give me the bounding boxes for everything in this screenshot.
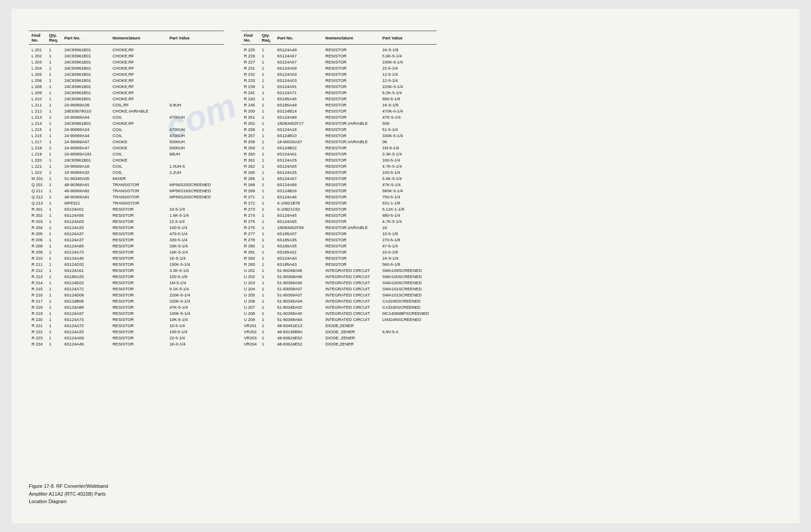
table-cell: R 205 xyxy=(29,231,46,237)
table-row: L 204124C83961B01CHOKE,RF xyxy=(29,65,224,71)
table-cell: 24C83961B01 xyxy=(62,53,110,59)
table-cell: RESISTOR xyxy=(110,261,167,268)
table-cell: RESISTOR xyxy=(323,71,380,78)
table-cell: 5000UH xyxy=(167,139,224,145)
table-row: R 26616S124A67RESISTOR5.6K-5-1/4 xyxy=(241,176,437,182)
table-cell: 1 xyxy=(259,298,275,304)
table-cell: R 232 xyxy=(241,71,259,78)
table-cell: 6S124B06 xyxy=(62,298,110,304)
table-cell: 1 xyxy=(46,323,62,329)
table-cell: 48-83145B9A xyxy=(275,329,323,335)
table-row: U 207151-80345A02INTEGRATED CIRCUITCA316… xyxy=(241,304,437,310)
table-cell: 51-83058A07 xyxy=(275,286,323,292)
table-cell: LM324NSCREENED xyxy=(380,317,437,323)
table-cell: 24C83961B01 xyxy=(62,157,110,163)
table-cell: 10K-5-1/4 xyxy=(167,249,224,255)
table-row: VR203148-83624E62DIODE, ZENER xyxy=(241,335,437,341)
table-cell: 1 xyxy=(259,286,275,292)
table-cell xyxy=(167,59,224,65)
table-row: R 23316S124A03RESISTOR12-5-1/4 xyxy=(241,78,437,84)
table-cell: 1 xyxy=(259,225,275,231)
table-cell: 4700UH xyxy=(167,127,224,133)
table-cell: 1 xyxy=(46,84,62,90)
table-row: L 216124-90069A44COIL4700UH xyxy=(29,133,224,139)
table-cell xyxy=(167,78,224,84)
table-cell: 6S124A40 xyxy=(275,255,323,261)
table-row: Q 201148-90368A91TRANSISTORMP56S20SCREEN… xyxy=(29,182,224,188)
table-cell: MIXER xyxy=(110,176,167,182)
table-cell: 1 xyxy=(259,268,275,274)
table-row: M 201151-90345A05MIXER xyxy=(29,176,224,182)
table-cell: 1 xyxy=(259,53,275,59)
table-cell: R 245 xyxy=(241,102,259,108)
table-cell: RESISTOR xyxy=(110,212,167,218)
table-cell: R 252 xyxy=(241,120,259,127)
table-cell: CHOKE,RF xyxy=(110,96,167,102)
table-cell: 1K-0-1/4 xyxy=(167,341,224,347)
table-row: R 22316S124A09RESISTOR22-5-1/4 xyxy=(29,335,224,341)
table-cell: RESISTOR xyxy=(110,298,167,304)
table-cell: INTEGRATED CIRCUIT xyxy=(323,268,380,274)
table-cell: 1 xyxy=(46,225,62,231)
table-row: U 204151-83058A07INTEGRATED CIRCUITSWA10… xyxy=(241,286,437,292)
table-cell: 1 xyxy=(46,182,62,188)
table-cell: R 233 xyxy=(241,78,259,84)
table-row: L 215124-90069A24COIL4700UH xyxy=(29,127,224,133)
table-row: R 26116S124A25RESISTOR100-5-1/4 xyxy=(241,157,437,163)
table-row: R 27816S185A35RESISTOR270-5-1/8 xyxy=(241,237,437,243)
table-cell: 1 xyxy=(46,274,62,280)
table-cell xyxy=(167,96,224,102)
table-cell: 1 xyxy=(259,218,275,225)
table-row: R 22716S124A07RESISTOR100K-5-1/4 xyxy=(241,59,437,65)
table-cell: L 213 xyxy=(29,114,46,120)
table-cell: 1 xyxy=(46,200,62,206)
table-cell: 9.8UH xyxy=(167,102,224,108)
table-cell: 1 xyxy=(46,298,62,304)
table-row: R 21616S124D06RESISTOR220K-5-1/4 xyxy=(29,292,224,298)
table-cell: 1 xyxy=(259,341,275,347)
table-cell: 1 xyxy=(259,96,275,102)
table-cell: RESISTOR xyxy=(110,206,167,212)
table-cell: CHOKE,RF xyxy=(110,78,167,84)
table-cell: 6S124A89 xyxy=(275,182,323,188)
table-row: R 26916S124B16RESISTOR560K-5-1/4 xyxy=(241,188,437,194)
table-cell: 470-0-1/4 xyxy=(167,231,224,237)
table-row: R 21316S185A25RESISTOR100-5-1/8 xyxy=(29,274,224,280)
table-cell xyxy=(167,84,224,90)
table-cell: 24-90069A191 xyxy=(62,151,110,157)
table-cell: L 220 xyxy=(29,157,46,163)
table-cell: RESISTOR xyxy=(110,237,167,243)
table-cell: 680-5-1/8 xyxy=(380,96,437,102)
table-row: R 24316S185A45RESISTOR680-5-1/8 xyxy=(241,96,437,102)
table-cell: 6S124A25 xyxy=(62,225,110,231)
table-cell xyxy=(167,90,224,96)
table-row: VR201148-83461E13DIODE,ZENER xyxy=(241,323,437,329)
table-cell: RESISTOR xyxy=(323,127,380,133)
table-row: VR202148-83145B9ADIODE, ZENER6.8V-5-A xyxy=(241,329,437,335)
table-cell: 18D83452F09 xyxy=(275,225,323,231)
table-cell: R 266 xyxy=(241,176,259,182)
table-row: R 22016S124A73RESISTOR10K-5-1/4 xyxy=(29,317,224,323)
table-row: L 217124-90069A47CHOKE5000UH xyxy=(29,139,224,145)
table-cell: R 223 xyxy=(29,335,46,341)
table-cell: COIL xyxy=(110,151,167,157)
table-cell: 1 xyxy=(259,90,275,96)
table-cell: RESISTOR xyxy=(323,188,380,194)
table-row: L 213124-90069A44COIL4700UH xyxy=(29,114,224,120)
table-cell: 51-90368A40 xyxy=(275,310,323,317)
table-cell: R 275 xyxy=(241,218,259,225)
table-cell: 1 xyxy=(46,176,62,182)
table-cell xyxy=(167,200,224,206)
table-cell: 51-5-1/4 xyxy=(380,127,437,133)
table-cell: 560K-5-1/4 xyxy=(380,188,437,194)
table-cell: 1 xyxy=(46,310,62,317)
table-row: L 203124C83961B01CHOKE,RF xyxy=(29,59,224,65)
table-cell: RESISTOR xyxy=(110,323,167,329)
table-cell: RESISTOR xyxy=(323,261,380,268)
table-cell: 4700UH xyxy=(167,114,224,120)
table-cell: 270-5-1/8 xyxy=(380,237,437,243)
table-row: R 258118-90020A37RESISTOR,VARIABLE0K xyxy=(241,139,437,145)
table-cell: 5000UH xyxy=(167,145,224,151)
table-cell: 24C83961B01 xyxy=(62,59,110,65)
table-cell: 6S124D06 xyxy=(62,292,110,298)
